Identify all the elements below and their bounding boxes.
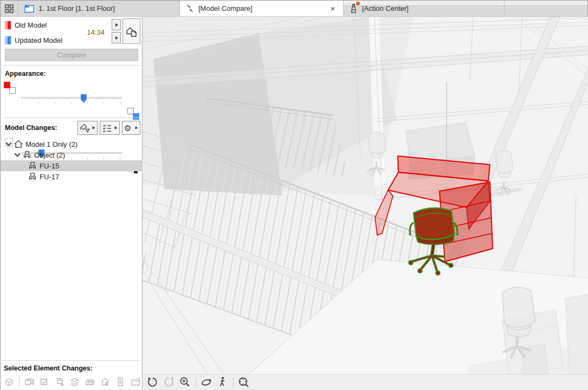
arrow-right-icon (114, 36, 119, 40)
tree-label: Model 1 Only (2) (25, 140, 77, 148)
house-and-page-icon (125, 24, 139, 38)
highlight-intensity-slider[interactable] (20, 93, 123, 107)
updated-model-color-chip (5, 36, 11, 44)
tree-row-fu-15[interactable]: FU-15 (1, 160, 143, 171)
object-chair-icon (28, 172, 37, 181)
divider (3, 118, 140, 118)
parameter-change-icon[interactable] (39, 376, 50, 387)
old-model-picker-button[interactable] (112, 19, 121, 30)
surface-change-icon[interactable] (54, 376, 65, 387)
3d-cube-icon[interactable] (4, 376, 15, 387)
arrow-right-icon (114, 126, 118, 130)
arrow-right-icon (114, 23, 119, 27)
3d-viewport[interactable] (143, 17, 588, 374)
compare-settings-button[interactable]: ⚙ (122, 121, 140, 135)
compare-timestamp: 14:34 (76, 28, 105, 36)
checklist-icon (102, 123, 112, 133)
tab-overview-button[interactable] (1, 1, 18, 16)
tab-bar: 1. 1st Floor [1. 1st Floor] [Model Compa… (1, 1, 587, 17)
selected-element-toolbar (1, 374, 143, 389)
tree-label: FU-17 (40, 173, 59, 181)
layer-change-icon[interactable] (69, 376, 80, 387)
model-compare-icon (185, 4, 195, 13)
tab-label: [Action Center] (362, 4, 409, 12)
highlighted-old-appearance-icon (4, 82, 16, 94)
3d-scene (143, 17, 588, 374)
chevron-down-icon[interactable] (5, 140, 12, 148)
position-change-icon[interactable] (24, 376, 35, 387)
object-chair-icon (28, 161, 37, 170)
tab-bar-filler (505, 1, 587, 16)
info-list-icon[interactable] (115, 376, 126, 387)
ghost-chair (495, 150, 514, 196)
notification-dot (356, 2, 360, 5)
divider (3, 360, 140, 361)
orbit-icon[interactable] (200, 376, 212, 388)
explore-walk-icon[interactable] (216, 376, 229, 388)
slider-thumb[interactable] (81, 94, 87, 103)
viewport-toolbar (143, 374, 588, 389)
updated-model-picker-button[interactable] (112, 32, 121, 43)
swap-models-button[interactable] (122, 18, 140, 44)
tree-row-fu-17[interactable]: FU-17 (1, 171, 143, 182)
tree-label: Object (2) (34, 151, 65, 159)
tree-label: FU-15 (40, 162, 59, 170)
arrow-right-icon (92, 126, 95, 130)
change-criteria-button[interactable] (100, 121, 120, 135)
paint-filter-icon (80, 123, 91, 133)
tree-row-object[interactable]: Object (2) (1, 150, 143, 160)
model-change-icon[interactable] (100, 376, 111, 387)
model-changes-label: Model Changes: (5, 124, 57, 132)
divider (233, 378, 234, 387)
grid-icon (4, 4, 14, 14)
appearance-label: Appearance: (5, 70, 46, 77)
chevron-down-icon[interactable] (14, 151, 21, 159)
tab-action-center[interactable]: [Action Center] (344, 1, 505, 16)
increase-zoom-icon[interactable] (179, 376, 191, 388)
slider-track[interactable] (21, 97, 122, 99)
tab-first-floor[interactable]: 1. 1st Floor [1. 1st Floor] (18, 1, 180, 16)
updated-model-label: Updated Model (15, 36, 62, 44)
tab-model-compare[interactable]: [Model Compare] × (180, 1, 344, 16)
library-part-change-icon[interactable] (130, 376, 141, 387)
old-model-color-chip (5, 21, 11, 29)
gear-icon: ⚙ (124, 124, 131, 132)
object-chair-icon (22, 151, 32, 159)
next-view-icon[interactable] (163, 376, 175, 388)
fit-in-window-icon[interactable] (237, 376, 250, 388)
fill-change-icon[interactable] (85, 376, 95, 387)
highlight-filter-button[interactable] (77, 121, 98, 135)
model-house-icon (14, 140, 23, 148)
tab-label: [Model Compare] (198, 4, 253, 12)
selected-element-changes-label: Selected Element Changes: (4, 365, 93, 372)
arrow-right-icon (134, 126, 138, 130)
tree-row-model-1-only[interactable]: Model 1 Only (2) (1, 139, 143, 150)
previous-view-icon[interactable] (146, 376, 159, 388)
old-model-label: Old Model (15, 21, 47, 29)
close-tab-icon[interactable]: × (328, 4, 338, 14)
tab-label: 1. 1st Floor [1. 1st Floor] (38, 4, 115, 12)
app-window: 1. 1st Floor [1. 1st Floor] [Model Compa… (0, 0, 588, 390)
floor-plan-icon (24, 4, 35, 13)
divider (19, 377, 20, 387)
compare-button[interactable]: Compare (5, 49, 138, 61)
divider (196, 378, 196, 387)
model-compare-panel: Old Model 14:34 Updated Model Compare Ap… (1, 17, 143, 389)
divider (3, 65, 140, 66)
